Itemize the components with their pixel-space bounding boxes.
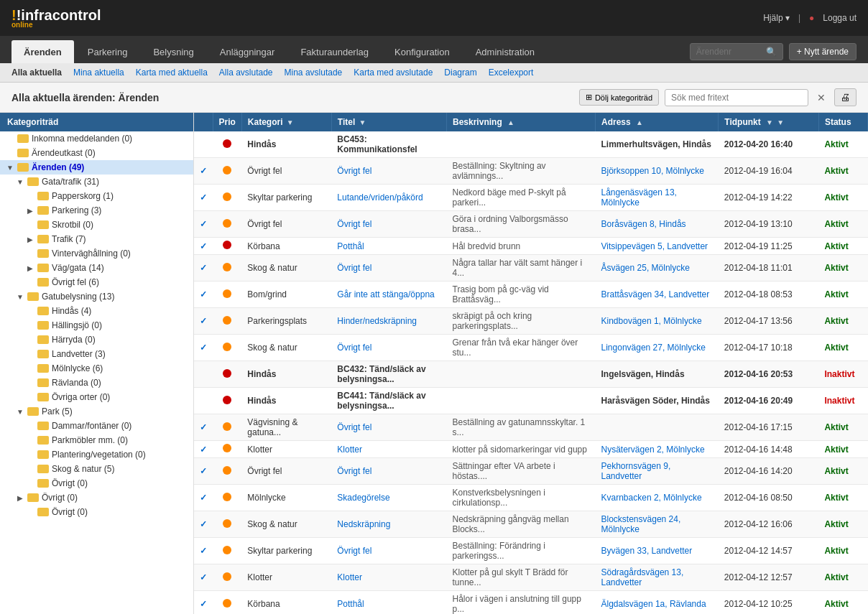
table-row[interactable]: ✓Skog & naturNedskräpningNedskräpning gå… — [194, 511, 868, 538]
sidebar-item-18[interactable]: Övriga orter (0) — [0, 390, 193, 404]
tab-arenden[interactable]: Ärenden — [11, 40, 74, 63]
sidebar-item-2[interactable]: ▼Ärenden (49) — [0, 160, 193, 175]
table-row[interactable]: ✓MölnlyckeSkadegörelseKonstverksbelysnin… — [194, 485, 868, 511]
sidebar-item-17[interactable]: Rävlanda (0) — [0, 376, 193, 390]
cell-title[interactable]: Övrigt fel — [331, 538, 446, 564]
cell-title[interactable]: Klotter — [331, 441, 446, 458]
table-row[interactable]: ✓Övrigt felÖvrigt felSättningar efter VA… — [194, 458, 868, 485]
cell-title[interactable]: Övrigt fel — [331, 335, 446, 361]
help-link[interactable]: Hjälp ▾ — [763, 13, 790, 23]
print-button[interactable]: 🖨 — [834, 88, 857, 106]
cell-title[interactable]: BC441: Tänd/släck av belysningsa... — [331, 388, 446, 414]
cell-title[interactable]: Övrigt fel — [331, 158, 446, 185]
subnav-karta-aktuella[interactable]: Karta med aktuella — [136, 68, 208, 78]
table-row[interactable]: ✓KlotterKlotterklotter på sidomarkeringa… — [194, 441, 868, 458]
subnav-diagram[interactable]: Diagram — [444, 68, 476, 78]
cell-check: ✓ — [194, 308, 213, 335]
toggle-category-button[interactable]: ⊞ Dölj kategoriträd — [579, 89, 659, 106]
sidebar-item-15[interactable]: Landvetter (3) — [0, 347, 193, 361]
sidebar-item-8[interactable]: Vinterväghållning (0) — [0, 246, 193, 261]
chevron-down-icon: ▾ — [785, 13, 790, 23]
table-row[interactable]: ✓Bom/grindGår inte att stänga/öppnaTrasi… — [194, 282, 868, 308]
subnav-alla-aktuella[interactable]: Alla aktuella — [11, 68, 62, 78]
tab-anlaggningar[interactable]: Anläggningar — [208, 40, 287, 63]
tab-konfiguration[interactable]: Konfiguration — [382, 40, 462, 63]
sidebar-item-19[interactable]: ▼Park (5) — [0, 404, 193, 419]
sidebar-item-10[interactable]: Övrigt fel (6) — [0, 275, 193, 289]
table-row[interactable]: ✓Skog & naturÖvrigt felNågra tallar har … — [194, 255, 868, 282]
th-time[interactable]: Tidpunkt ▼ ▼ — [719, 113, 819, 131]
th-title[interactable]: Titel ▼ — [331, 113, 446, 131]
subnav-mina-aktuella[interactable]: Mina aktuella — [73, 68, 124, 78]
table-row[interactable]: ✓Skyltar parkeringÖvrigt felBeställning:… — [194, 538, 868, 564]
cell-title[interactable]: BC432: Tänd/släck av belysningsa... — [331, 361, 446, 388]
subnav-alla-avslutade[interactable]: Alla avslutade — [219, 68, 273, 78]
table-row[interactable]: ✓Övrigt felÖvrigt felGöra i ordning Valb… — [194, 211, 868, 238]
cell-title[interactable]: Potthål — [331, 238, 446, 255]
subnav-mina-avslutade[interactable]: Mina avslutade — [285, 68, 343, 78]
sidebar-item-3[interactable]: ▼Gata/trafik (31) — [0, 175, 193, 189]
sidebar-item-4[interactable]: Papperskorg (1) — [0, 189, 193, 203]
table-row[interactable]: ✓KörbanaPotthålHålor i vägen i anslutnin… — [194, 591, 868, 615]
search-nav-input[interactable] — [696, 47, 763, 57]
cell-status: Aktivt — [818, 308, 867, 335]
cell-category: Bom/grind — [241, 282, 331, 308]
sidebar-item-7[interactable]: ▶Trafik (7) — [0, 232, 193, 246]
cell-title[interactable]: Klotter — [331, 564, 446, 591]
table-row[interactable]: ✓Skog & naturÖvrigt felGrenar från två e… — [194, 335, 868, 361]
clear-search-button[interactable]: ✕ — [814, 92, 828, 103]
table-row[interactable]: ✓KörbanaPotthålHål bredvid brunnVitsippe… — [194, 238, 868, 255]
cell-title[interactable]: Övrigt fel — [331, 414, 446, 441]
sidebar-item-21[interactable]: Parkmöbler mm. (0) — [0, 433, 193, 447]
subnav-karta-avslutade[interactable]: Karta med avslutade — [354, 68, 433, 78]
sidebar-item-23[interactable]: Skog & natur (5) — [0, 462, 193, 476]
sidebar-item-24[interactable]: Övrigt (0) — [0, 476, 193, 490]
table-row[interactable]: ✓Skyltar parkeringLutande/vriden/påkördN… — [194, 185, 868, 211]
sidebar-item-22[interactable]: Plantering/vegetation (0) — [0, 447, 193, 462]
tab-belysning[interactable]: Belysning — [141, 40, 206, 63]
cell-title[interactable]: BC453: Kommunikationsfel — [331, 131, 446, 158]
subnav-excelexport[interactable]: Excelexport — [489, 68, 534, 78]
table-row[interactable]: HindåsBC432: Tänd/släck av belysningsa..… — [194, 361, 868, 388]
sidebar-item-14[interactable]: Härryda (0) — [0, 332, 193, 347]
tab-fakturaunderlag[interactable]: Fakturaunderlag — [288, 40, 381, 63]
th-category[interactable]: Kategori ▼ — [241, 113, 331, 131]
table-row[interactable]: HindåsBC441: Tänd/släck av belysningsa..… — [194, 388, 868, 414]
cell-title[interactable]: Övrigt fel — [331, 211, 446, 238]
th-address[interactable]: Adress ▲ — [596, 113, 719, 131]
sidebar-item-26[interactable]: Övrigt (0) — [0, 505, 193, 519]
cell-description: Grenar från två ekar hänger över stu... — [447, 335, 596, 361]
sidebar-item-1[interactable]: Ärendeutkast (0) — [0, 146, 193, 160]
table-row[interactable]: ✓ParkeringsplatsHinder/nedskräpningskräp… — [194, 308, 868, 335]
logout-link[interactable]: Logga ut — [823, 13, 857, 23]
table-row[interactable]: ✓Vägvisning & gatuna...Övrigt felBeställ… — [194, 414, 868, 441]
sidebar-item-25[interactable]: ▶Övrigt (0) — [0, 490, 193, 505]
th-description[interactable]: Beskrivning ▲ — [447, 113, 596, 131]
sidebar-item-9[interactable]: ▶Väg/gata (14) — [0, 261, 193, 275]
table-row[interactable]: HindåsBC453: KommunikationsfelLimmerhult… — [194, 131, 868, 158]
cell-title[interactable]: Övrigt fel — [331, 458, 446, 485]
sidebar-item-20[interactable]: Dammar/fontäner (0) — [0, 419, 193, 433]
tree-toggle-icon — [26, 436, 34, 445]
cell-title[interactable]: Nedskräpning — [331, 511, 446, 538]
cell-title[interactable]: Övrigt fel — [331, 255, 446, 282]
tree-toggle-icon — [26, 450, 34, 459]
cell-title[interactable]: Skadegörelse — [331, 485, 446, 511]
cell-title[interactable]: Lutande/vriden/påkörd — [331, 185, 446, 211]
new-issue-button[interactable]: + Nytt ärende — [789, 43, 857, 60]
sidebar-item-5[interactable]: ▶Parkering (3) — [0, 203, 193, 218]
tab-parkering[interactable]: Parkering — [75, 40, 140, 63]
sidebar-item-0[interactable]: Inkomna meddelanden (0) — [0, 131, 193, 146]
table-row[interactable]: ✓KlotterKlotterKlotter på gul skylt T Br… — [194, 564, 868, 591]
cell-title[interactable]: Går inte att stänga/öppna — [331, 282, 446, 308]
table-row[interactable]: ✓Övrigt felÖvrigt felBeställning: Skyltn… — [194, 158, 868, 185]
tab-administration[interactable]: Administration — [463, 40, 547, 63]
sidebar-item-12[interactable]: Hindås (4) — [0, 304, 193, 318]
sidebar-item-11[interactable]: ▼Gatubelysning (13) — [0, 289, 193, 304]
search-free-input[interactable] — [665, 89, 808, 106]
cell-title[interactable]: Hinder/nedskräpning — [331, 308, 446, 335]
sidebar-item-16[interactable]: Mölnlycke (6) — [0, 361, 193, 376]
cell-title[interactable]: Potthål — [331, 591, 446, 615]
sidebar-item-13[interactable]: Hällingsjö (0) — [0, 318, 193, 332]
sidebar-item-6[interactable]: Skrotbil (0) — [0, 218, 193, 232]
